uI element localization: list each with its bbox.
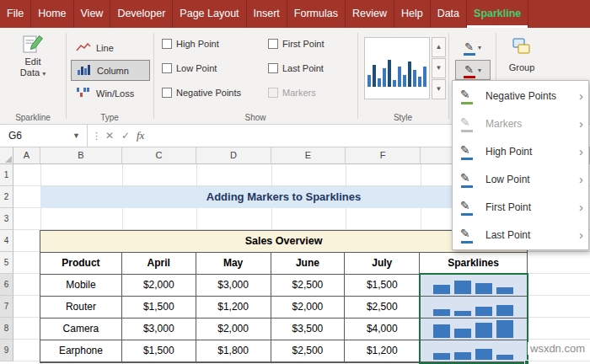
tab-insert[interactable]: Insert [247,0,287,28]
tab-developer[interactable]: Developer [110,0,173,28]
pen-color-icon: ✎ [460,143,479,160]
checkbox-high-point[interactable]: High Point [162,39,219,49]
cancel-icon[interactable]: ✕ [105,125,114,147]
menu-item-first-point[interactable]: ✎ First Point › [453,193,588,221]
enter-icon[interactable]: ✓ [121,125,130,147]
column-header-c[interactable]: C [122,147,196,164]
menu-item-negative-points[interactable]: ✎ Negative Points › [453,82,588,110]
tab-sparkline[interactable]: Sparkline [467,0,528,28]
submenu-chevron-icon: › [579,118,583,130]
menu-item-last-point[interactable]: ✎ Last Point › [453,221,588,249]
checkbox-first-point[interactable]: First Point [268,39,324,49]
column-header-d[interactable]: D [196,147,271,164]
pen-color-icon: ✎ [460,199,479,216]
cell[interactable]: $3,000 [196,275,271,297]
row-header-7[interactable]: 7 [0,296,13,318]
tab-home[interactable]: Home [31,0,73,28]
sparkline-cell[interactable] [420,318,527,340]
cell[interactable]: $1,800 [196,340,271,362]
group-button[interactable]: Group [499,37,544,84]
tab-view[interactable]: View [74,0,111,28]
sparkline-cell[interactable] [420,297,527,318]
header-cell-product[interactable]: Product [40,253,122,275]
style-gallery-preview[interactable] [364,37,430,99]
group-label-type: Type [66,113,153,122]
sparkline-cell[interactable] [420,340,527,362]
cell[interactable]: $1,500 [122,297,196,318]
divider [357,33,358,119]
tab-page-layout[interactable]: Page Layout [173,0,246,28]
table-row: Camera $3,000 $2,000 $3,500 $4,000 [40,318,527,340]
sparkline-color-button[interactable]: ✎ ▾ [455,37,491,57]
cell[interactable]: $3,500 [271,318,346,340]
cell[interactable]: $1,500 [345,275,420,297]
checkbox-low-point[interactable]: Low Point [162,63,217,73]
table-row: Router $1,500 $1,200 $2,000 $2,500 [40,297,527,318]
cell[interactable]: $2,500 [271,340,346,362]
row-header-2[interactable]: 2 [0,186,13,208]
style-scroll-down-button[interactable]: ▼ [432,58,446,78]
cell[interactable]: $2,500 [271,275,346,297]
name-box[interactable]: G6 ▼ [0,125,88,147]
submenu-chevron-icon: › [579,146,583,158]
style-scroll-up-button[interactable]: ▲ [432,37,446,57]
menu-item-low-point[interactable]: ✎ Low Point › [453,165,588,193]
column-header-e[interactable]: E [271,147,346,164]
header-cell-sparklines[interactable]: Sparklines [420,253,527,275]
tab-help[interactable]: Help [394,0,431,28]
header-cell-may[interactable]: May [196,253,271,275]
row-header-1[interactable]: 1 [0,164,13,186]
column-header-b[interactable]: B [40,147,122,164]
cell[interactable]: $1,200 [196,297,271,318]
cell[interactable]: $3,000 [122,318,196,340]
name-box-dropdown-icon[interactable]: ▼ [72,125,80,147]
cell[interactable]: Earphone [40,340,122,362]
checkbox-icon [162,39,172,49]
edit-data-button[interactable]: Edit Data ▾ [7,33,59,100]
cell[interactable]: $2,000 [196,318,271,340]
excel-window: File Home View Developer Page Layout Ins… [0,0,590,364]
cell[interactable]: Router [40,297,122,318]
winloss-type-button[interactable]: Win/Loss [71,83,150,104]
marker-color-button[interactable]: ✎ ▾ [455,60,491,80]
marker-color-menu: ✎ Negative Points › ✎ Markers › ✎ High P… [452,80,589,250]
tab-review[interactable]: Review [346,0,394,28]
divider [153,33,154,119]
cell[interactable]: $4,000 [345,318,420,340]
line-sparkline-icon [76,41,91,54]
sparkline-cell[interactable] [420,275,527,297]
row-header-4[interactable]: 4 [0,230,13,252]
row-header-8[interactable]: 8 [0,318,13,340]
style-more-button[interactable]: ▼ [432,79,446,99]
column-header-f[interactable]: F [346,147,421,164]
row-header-9[interactable]: 9 [0,340,13,361]
header-cell-june[interactable]: June [271,253,346,275]
cell[interactable]: $2,500 [345,297,420,318]
cell[interactable]: $1,200 [345,340,420,362]
header-cell-april[interactable]: April [122,253,196,275]
header-cell-july[interactable]: July [345,253,420,275]
select-all-corner[interactable] [0,147,13,164]
menu-item-high-point[interactable]: ✎ High Point › [453,137,588,165]
checkbox-negative-points[interactable]: Negative Points [162,88,241,98]
tab-file[interactable]: File [0,0,31,28]
cell[interactable]: Mobile [40,275,122,297]
fill-handle[interactable] [524,360,529,364]
cell[interactable]: Camera [40,318,122,340]
tab-data[interactable]: Data [431,0,467,28]
cell[interactable]: $1,500 [122,340,196,362]
group-icon [512,47,532,57]
column-header-a[interactable]: A [13,147,40,164]
column-type-button[interactable]: Column [71,60,150,81]
row-header-6[interactable]: 6 [0,274,13,296]
cell[interactable]: $2,000 [271,297,346,318]
menu-item-markers: ✎ Markers › [453,110,588,137]
row-header-5[interactable]: 5 [0,252,13,274]
line-type-button[interactable]: Line [71,37,150,58]
row-header-3[interactable]: 3 [0,208,13,230]
checkbox-last-point[interactable]: Last Point [268,63,324,73]
insert-function-icon[interactable]: fx [137,125,144,147]
cell[interactable]: $2,000 [122,275,196,297]
tab-formulas[interactable]: Formulas [287,0,346,28]
dropdown-arrow-icon: ▾ [42,70,46,78]
